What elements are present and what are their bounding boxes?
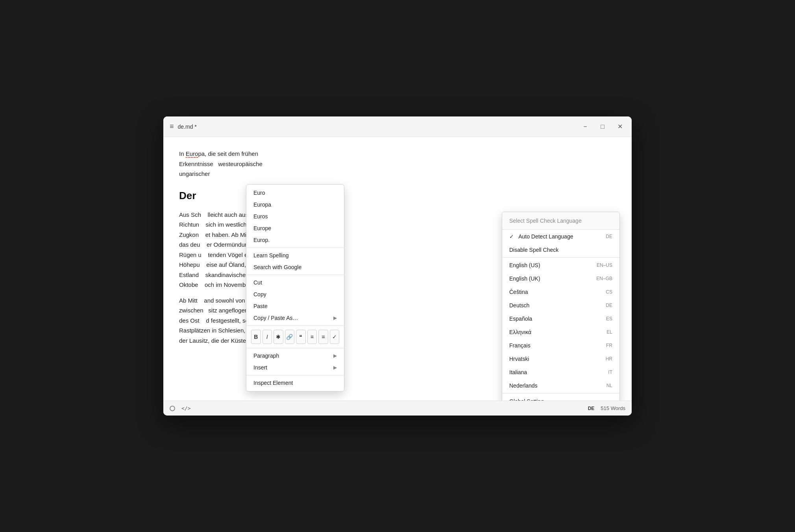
paragraph-1: In Europ­a, die seit dem frühen Erkenntn… <box>179 149 616 179</box>
ctx-asterisk-button[interactable]: ✱ <box>274 330 283 344</box>
lang-hr-code: HR <box>606 356 612 362</box>
close-button[interactable]: ✕ <box>614 121 625 132</box>
editor-area: In Europ­a, die seit dem frühen Erkenntn… <box>163 137 632 401</box>
auto-detect-label: Auto Detect Language <box>518 233 573 240</box>
ctx-paste[interactable]: Paste <box>246 300 344 312</box>
lang-cs-label: Čeština <box>509 289 528 295</box>
ctx-separator-3 <box>246 325 344 326</box>
lang-hr-label: Hrvatski <box>509 356 529 362</box>
auto-detect-code: DE <box>606 234 612 239</box>
spell-lang-el[interactable]: Ελληνικά EL <box>502 325 619 339</box>
spell-check-header: Select Spell Check Language <box>502 212 619 230</box>
arrow-icon: ▶ <box>333 365 337 370</box>
text-chunk: In Europ­a <box>179 150 205 158</box>
spell-lang-nl[interactable]: Nederlands NL <box>502 379 619 392</box>
lang-es-code: ES <box>606 316 612 321</box>
ctx-bold-button[interactable]: B <box>251 330 261 344</box>
ctx-quote-button[interactable]: ❝ <box>296 330 306 344</box>
lang-nl-label: Nederlands <box>509 382 538 389</box>
spell-lang-fr[interactable]: Français FR <box>502 339 619 352</box>
ctx-copy-paste-as[interactable]: Copy / Paste As… ▶ <box>246 312 344 324</box>
lang-el-code: EL <box>606 329 612 335</box>
ctx-copy[interactable]: Copy <box>246 288 344 300</box>
ctx-search-google[interactable]: Search with Google <box>246 261 344 273</box>
spell-lang-de[interactable]: Deutsch DE <box>502 299 619 312</box>
spell-check-list: ✓ Auto Detect Language DE Disable Spell … <box>502 230 619 401</box>
title-bar-right: − □ ✕ <box>580 121 625 132</box>
spell-auto-detect[interactable]: ✓ Auto Detect Language DE <box>502 230 619 243</box>
global-setting-label: Global Setting… <box>509 398 549 401</box>
status-right: DE 515 Words <box>588 405 625 411</box>
ctx-list-ordered-button[interactable]: ≡ <box>307 330 317 344</box>
lang-it-code: IT <box>608 369 612 375</box>
lang-fr-label: Français <box>509 342 531 349</box>
lang-de-code: DE <box>606 303 612 308</box>
lang-de-label: Deutsch <box>509 302 529 308</box>
spell-suggestion-euros[interactable]: Euros <box>246 211 344 222</box>
misspelled-word: Euro <box>186 150 198 158</box>
title-bar-left: ≡ de.md * <box>170 122 197 131</box>
ctx-insert[interactable]: Insert ▶ <box>246 362 344 373</box>
lang-it-label: Italiana <box>509 369 527 375</box>
disable-label: Disable Spell Check <box>509 247 558 253</box>
heading-1: Der che Zugw <box>179 187 616 204</box>
ctx-italic-button[interactable]: I <box>263 330 272 344</box>
ctx-cut[interactable]: Cut <box>246 277 344 288</box>
status-lang-badge[interactable]: DE <box>588 406 595 411</box>
spell-suggestion-euro[interactable]: Euro <box>246 187 344 199</box>
ctx-learn-spelling[interactable]: Learn Spelling <box>246 249 344 261</box>
status-word-count: 515 Words <box>601 405 625 411</box>
spell-lang-en-us[interactable]: English (US) EN–US <box>502 259 619 272</box>
arrow-icon: ▶ <box>333 353 337 358</box>
checkmark-icon: ✓ <box>509 233 514 240</box>
spell-lang-cs[interactable]: Čeština CS <box>502 285 619 299</box>
ctx-separator-1 <box>246 248 344 248</box>
ctx-separator-5 <box>246 375 344 375</box>
lang-en-us-code: EN–US <box>597 262 612 268</box>
lang-en-gb-label: English (UK) <box>509 275 540 282</box>
ctx-separator-2 <box>246 275 344 275</box>
app-window: ≡ de.md * − □ ✕ In Europ­a, die seit dem… <box>163 116 632 416</box>
arrow-icon: ▶ <box>333 315 337 321</box>
ctx-check-button[interactable]: ✓ <box>330 330 340 344</box>
spell-separator-2 <box>502 393 619 393</box>
status-circle-icon <box>170 406 175 411</box>
status-code-label[interactable]: </> <box>181 405 190 411</box>
spell-suggestion-europa[interactable]: Europa <box>246 199 344 211</box>
spell-suggestion-europ[interactable]: Europ. <box>246 234 344 246</box>
spell-disable[interactable]: Disable Spell Check <box>502 243 619 257</box>
ctx-toolbar: B I ✱ 🔗 ❝ ≡ ≡ ✓ <box>246 327 344 346</box>
ctx-inspect-element[interactable]: Inspect Element <box>246 377 344 389</box>
spell-lang-it[interactable]: Italiana IT <box>502 366 619 379</box>
minimize-button[interactable]: − <box>580 121 591 132</box>
ctx-separator-4 <box>246 348 344 348</box>
spell-global-setting[interactable]: Global Setting… <box>502 394 619 401</box>
spell-suggestion-europe[interactable]: Europe <box>246 222 344 234</box>
spell-lang-en-gb[interactable]: English (UK) EN–GB <box>502 272 619 285</box>
status-bar: </> DE 515 Words <box>163 401 632 416</box>
lang-en-us-label: English (US) <box>509 262 540 268</box>
maximize-button[interactable]: □ <box>597 121 608 132</box>
context-menu: Euro Europa Euros Europe Europ. Learn Sp… <box>246 184 344 392</box>
lang-cs-code: CS <box>606 289 612 295</box>
spell-lang-hr[interactable]: Hrvatski HR <box>502 352 619 366</box>
spell-lang-es[interactable]: Española ES <box>502 312 619 325</box>
window-title: de.md * <box>178 124 197 130</box>
spell-separator-1 <box>502 257 619 258</box>
ctx-list-unordered-button[interactable]: ≡ <box>318 330 328 344</box>
hamburger-icon[interactable]: ≡ <box>170 122 174 131</box>
lang-el-label: Ελληνικά <box>509 329 531 335</box>
lang-nl-code: NL <box>606 383 612 388</box>
ctx-link-button[interactable]: 🔗 <box>285 330 295 344</box>
ctx-paragraph[interactable]: Paragraph ▶ <box>246 350 344 362</box>
auto-detect-left: ✓ Auto Detect Language <box>509 233 573 240</box>
status-left: </> <box>170 405 190 411</box>
spell-check-dropdown: Select Spell Check Language ✓ Auto Detec… <box>502 212 620 401</box>
lang-en-gb-code: EN–GB <box>596 276 612 281</box>
lang-fr-code: FR <box>606 343 612 348</box>
lang-es-label: Española <box>509 316 532 322</box>
title-bar: ≡ de.md * − □ ✕ <box>163 116 632 137</box>
